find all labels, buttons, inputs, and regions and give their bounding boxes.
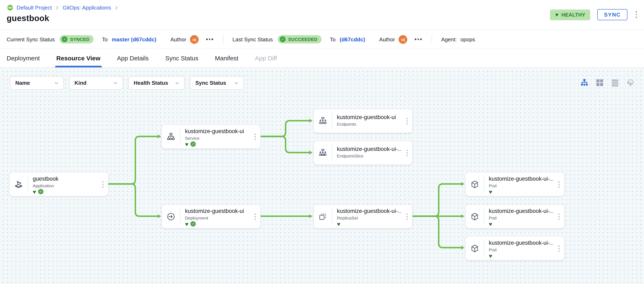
gitops-logo-icon bbox=[6, 4, 14, 11]
replicaset-icon bbox=[314, 205, 332, 228]
filter-label: Sync Status bbox=[195, 80, 226, 86]
synced-check-icon: ✓ bbox=[190, 141, 196, 147]
tab-resource-view[interactable]: Resource View bbox=[56, 49, 100, 67]
node-title: kustomize-guestbook-ui-... bbox=[489, 176, 553, 182]
synced-check-icon: ✓ bbox=[38, 189, 44, 194]
filter-health-status-dropdown[interactable]: Health Status bbox=[128, 76, 184, 90]
tab-manifest[interactable]: Manifest bbox=[215, 49, 238, 67]
tab-bar: Deployment Resource View App Details Syn… bbox=[0, 49, 644, 68]
node-card-pod-3[interactable]: kustomize-guestbook-ui-... Pod ♥ bbox=[466, 237, 564, 260]
node-kind: Pod bbox=[489, 183, 553, 188]
endpoints-icon bbox=[314, 109, 332, 133]
last-sync-status-label: Last Sync Status bbox=[232, 36, 273, 42]
filter-sync-status-dropdown[interactable]: Sync Status bbox=[190, 76, 244, 90]
node-kebab-menu-icon[interactable] bbox=[254, 133, 256, 141]
node-card-replicaset[interactable]: kustomize-guestbook-ui-... ReplicaSet ♥ bbox=[314, 205, 412, 228]
node-kind: Endpoints bbox=[337, 121, 402, 126]
grid-view-icon[interactable] bbox=[595, 78, 604, 87]
node-card-endpointslice[interactable]: kustomize-guestbook-ui-... EndpointSlice bbox=[314, 141, 412, 165]
node-kebab-menu-icon[interactable] bbox=[254, 213, 256, 220]
ellipsis-icon[interactable] bbox=[205, 37, 214, 42]
node-title: kustomize-guestbook-ui bbox=[185, 208, 250, 214]
divider bbox=[432, 35, 432, 43]
node-card-pod-1[interactable]: kustomize-guestbook-ui-... Pod ♥ bbox=[466, 172, 564, 196]
node-kind: EndpointSlice bbox=[337, 153, 402, 158]
divider bbox=[223, 35, 223, 43]
healthy-heart-icon: ♥ bbox=[489, 189, 492, 195]
pod-icon bbox=[466, 172, 484, 196]
author-label: Author bbox=[379, 36, 395, 42]
healthy-heart-icon: ♥ bbox=[489, 221, 492, 227]
tab-deployment[interactable]: Deployment bbox=[6, 49, 40, 67]
node-kebab-menu-icon[interactable] bbox=[102, 180, 104, 188]
node-card-application-guestbook[interactable]: guestbook Application ♥ ✓ bbox=[10, 172, 108, 196]
node-card-pod-2[interactable]: kustomize-guestbook-ui-... Pod ♥ bbox=[466, 205, 564, 228]
filter-name-dropdown[interactable]: Name bbox=[10, 76, 64, 90]
node-title: kustomize-guestbook-ui-... bbox=[337, 146, 402, 152]
node-kebab-menu-icon[interactable] bbox=[558, 244, 560, 252]
node-kind: Deployment bbox=[185, 215, 250, 220]
filter-kind-dropdown[interactable]: Kind bbox=[69, 76, 123, 90]
current-commit-link[interactable]: master (d67cddc) bbox=[112, 36, 156, 42]
synced-check-icon: ✓ bbox=[190, 221, 196, 227]
node-title: kustomize-guestbook-ui-... bbox=[489, 208, 553, 214]
agent-value: opops bbox=[460, 36, 475, 42]
healthy-heart-icon: ♥ bbox=[33, 189, 36, 195]
healthy-heart-icon: ♥ bbox=[185, 221, 188, 227]
chevron-down-icon bbox=[234, 80, 239, 86]
service-icon bbox=[162, 125, 180, 148]
node-card-deployment[interactable]: kustomize-guestbook-ui Deployment ♥ ✓ bbox=[162, 205, 260, 228]
last-commit-link[interactable]: (d67cddc) bbox=[340, 36, 365, 42]
node-title: kustomize-guestbook-ui-... bbox=[337, 208, 402, 214]
node-kebab-menu-icon[interactable] bbox=[558, 213, 560, 220]
pod-icon bbox=[466, 205, 484, 228]
node-title: kustomize-guestbook-ui bbox=[337, 114, 402, 120]
tab-app-diff[interactable]: App Diff bbox=[255, 49, 277, 67]
chevron-right-icon bbox=[114, 5, 119, 10]
breadcrumb-section-link[interactable]: GitOps: Applications bbox=[63, 4, 111, 11]
to-label: To bbox=[102, 36, 108, 42]
sync-button[interactable]: SYNC bbox=[598, 9, 627, 20]
node-kebab-menu-icon[interactable] bbox=[558, 180, 560, 188]
healthy-heart-icon: ♥ bbox=[337, 221, 340, 227]
top-bar: Default Project GitOps: Applications gue… bbox=[0, 0, 644, 30]
node-kind: Application bbox=[33, 183, 97, 188]
node-card-service[interactable]: kustomize-guestbook-ui Service ♥ ✓ bbox=[162, 125, 260, 148]
breadcrumb: Default Project GitOps: Applications bbox=[6, 4, 119, 11]
filter-label: Name bbox=[15, 80, 30, 86]
sync-status-bar: Current Sync Status ✓ SYNCED To master (… bbox=[0, 30, 644, 49]
node-kebab-menu-icon[interactable] bbox=[406, 213, 408, 220]
tab-sync-status[interactable]: Sync Status bbox=[165, 49, 198, 67]
author-label: Author bbox=[170, 36, 186, 42]
check-circle-icon: ✓ bbox=[62, 36, 68, 42]
heart-icon: ♥ bbox=[555, 12, 558, 17]
succeeded-badge-label: SUCCEEDED bbox=[288, 37, 318, 42]
pod-icon bbox=[466, 237, 484, 260]
chevron-down-icon bbox=[54, 80, 59, 86]
list-view-icon[interactable] bbox=[610, 78, 620, 87]
author-avatar: o( bbox=[190, 35, 199, 44]
node-title: kustomize-guestbook-ui-... bbox=[489, 240, 553, 246]
node-card-endpoints[interactable]: kustomize-guestbook-ui Endpoints bbox=[314, 109, 412, 133]
tab-app-details[interactable]: App Details bbox=[117, 49, 148, 67]
kebab-menu-icon[interactable] bbox=[634, 10, 638, 19]
node-kebab-menu-icon[interactable] bbox=[406, 117, 408, 125]
resource-tree-canvas: Name Kind Health Status Sync Status bbox=[0, 68, 644, 284]
node-kind: Pod bbox=[489, 247, 553, 252]
current-sync-status-label: Current Sync Status bbox=[6, 36, 55, 42]
chevron-down-icon bbox=[174, 80, 180, 86]
breadcrumb-project-link[interactable]: Default Project bbox=[16, 4, 52, 11]
synced-badge-label: SYNCED bbox=[70, 37, 90, 42]
node-kebab-menu-icon[interactable] bbox=[406, 149, 408, 157]
node-kind: Service bbox=[185, 135, 250, 140]
agent-label: Agent: bbox=[441, 36, 457, 42]
cloud-view-icon[interactable] bbox=[626, 78, 635, 87]
tree-view-icon[interactable] bbox=[580, 78, 589, 87]
filter-label: Health Status bbox=[134, 80, 168, 86]
to-label: To bbox=[330, 36, 336, 42]
deployment-icon bbox=[162, 205, 180, 228]
healthy-heart-icon: ♥ bbox=[185, 141, 188, 147]
synced-badge: ✓ SYNCED bbox=[60, 35, 94, 43]
ellipsis-icon[interactable] bbox=[414, 37, 422, 42]
author-avatar: o( bbox=[399, 35, 408, 44]
